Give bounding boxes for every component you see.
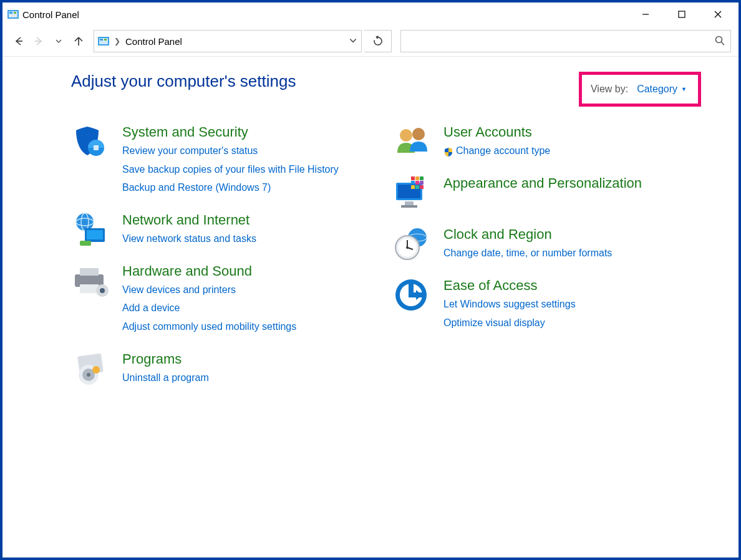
view-by-value: Category bbox=[637, 84, 677, 95]
category-title[interactable]: Appearance and Personalization bbox=[443, 175, 642, 191]
svg-point-33 bbox=[87, 373, 90, 377]
category-link[interactable]: View devices and printers bbox=[122, 282, 296, 298]
svg-rect-24 bbox=[80, 241, 91, 246]
nav-toolbar: ❯ Control Panel bbox=[2, 26, 739, 56]
svg-point-19 bbox=[76, 213, 94, 231]
search-box[interactable] bbox=[400, 30, 731, 52]
nav-forward-button[interactable] bbox=[30, 32, 47, 50]
uac-shield-icon bbox=[443, 146, 453, 156]
minimize-button[interactable] bbox=[627, 5, 664, 24]
close-button[interactable] bbox=[700, 5, 736, 24]
category-link[interactable]: Backup and Restore (Windows 7) bbox=[122, 180, 339, 196]
svg-rect-6 bbox=[679, 11, 685, 17]
category-title[interactable]: User Accounts bbox=[443, 124, 550, 140]
svg-rect-27 bbox=[80, 284, 99, 293]
category-title[interactable]: System and Security bbox=[122, 124, 339, 140]
category-link[interactable]: Uninstall a program bbox=[122, 370, 209, 386]
shield-system-icon bbox=[71, 124, 111, 159]
window-title: Control Panel bbox=[22, 9, 79, 20]
clock-icon bbox=[392, 226, 432, 261]
svg-rect-47 bbox=[411, 185, 415, 189]
svg-rect-48 bbox=[415, 185, 419, 189]
svg-rect-23 bbox=[87, 230, 103, 239]
category-link[interactable]: Review your computer's status bbox=[122, 143, 339, 159]
svg-line-16 bbox=[722, 42, 725, 45]
breadcrumb-location[interactable]: Control Panel bbox=[125, 36, 182, 47]
category-hardware-sound: Hardware and Sound View devices and prin… bbox=[71, 263, 380, 335]
page-heading: Adjust your computer's settings bbox=[71, 72, 296, 91]
category-title[interactable]: Hardware and Sound bbox=[122, 263, 296, 279]
control-panel-icon bbox=[7, 10, 19, 19]
category-clock-region: Clock and Region Change date, time, or n… bbox=[392, 226, 701, 261]
address-dropdown-icon[interactable] bbox=[349, 36, 357, 47]
svg-point-15 bbox=[716, 36, 722, 42]
category-link[interactable]: Save backup copies of your files with Fi… bbox=[122, 162, 339, 178]
right-column: User Accounts Change account type bbox=[392, 124, 701, 386]
svg-point-36 bbox=[412, 128, 425, 140]
svg-point-34 bbox=[92, 366, 100, 374]
svg-rect-14 bbox=[104, 39, 107, 41]
category-programs: Programs Uninstall a program bbox=[71, 351, 380, 386]
location-icon bbox=[98, 37, 109, 46]
maximize-button[interactable] bbox=[664, 5, 700, 24]
nav-up-button[interactable] bbox=[70, 32, 87, 50]
svg-rect-18 bbox=[94, 145, 99, 150]
svg-rect-2 bbox=[9, 12, 12, 14]
category-title[interactable]: Ease of Access bbox=[443, 278, 576, 294]
breadcrumb-chevron-icon: ❯ bbox=[113, 37, 122, 46]
network-icon bbox=[71, 212, 111, 247]
category-columns: System and Security Review your computer… bbox=[71, 124, 701, 386]
svg-rect-39 bbox=[405, 201, 414, 205]
svg-point-35 bbox=[400, 129, 412, 142]
titlebar: Control Panel bbox=[2, 2, 739, 26]
view-by-highlight: View by: Category ▼ bbox=[579, 72, 701, 107]
svg-rect-49 bbox=[420, 185, 424, 189]
svg-point-56 bbox=[406, 246, 409, 249]
category-link[interactable]: Change account type bbox=[443, 143, 550, 159]
category-link[interactable]: Let Windows suggest settings bbox=[443, 296, 576, 312]
address-bar[interactable]: ❯ Control Panel bbox=[94, 30, 362, 52]
content-header: Adjust your computer's settings View by:… bbox=[71, 72, 701, 107]
control-panel-window: Control Panel bbox=[0, 0, 741, 560]
svg-rect-40 bbox=[401, 205, 417, 208]
category-link[interactable]: Adjust commonly used mobility settings bbox=[122, 319, 296, 335]
user-accounts-icon bbox=[392, 124, 432, 159]
svg-rect-4 bbox=[9, 15, 16, 17]
category-title[interactable]: Network and Internet bbox=[122, 212, 256, 228]
svg-rect-13 bbox=[100, 39, 103, 41]
printer-icon bbox=[71, 263, 111, 298]
view-by-label: View by: bbox=[591, 84, 628, 95]
category-system-security: System and Security Review your computer… bbox=[71, 124, 380, 196]
category-link-label: Change account type bbox=[456, 143, 550, 159]
svg-rect-42 bbox=[415, 176, 419, 180]
appearance-icon bbox=[392, 175, 432, 210]
refresh-button[interactable] bbox=[364, 30, 392, 52]
svg-rect-43 bbox=[420, 176, 424, 180]
category-user-accounts: User Accounts Change account type bbox=[392, 124, 701, 159]
search-input[interactable] bbox=[406, 31, 714, 52]
category-title[interactable]: Clock and Region bbox=[443, 226, 612, 243]
left-column: System and Security Review your computer… bbox=[71, 124, 380, 386]
dropdown-triangle-icon: ▼ bbox=[681, 86, 687, 92]
svg-point-29 bbox=[100, 288, 105, 293]
category-link[interactable]: Optimize visual display bbox=[443, 315, 576, 331]
nav-recent-dropdown[interactable] bbox=[50, 32, 67, 50]
nav-back-button[interactable] bbox=[10, 32, 27, 50]
search-icon[interactable] bbox=[714, 35, 725, 48]
svg-rect-41 bbox=[411, 176, 415, 180]
category-network-internet: Network and Internet View network status… bbox=[71, 212, 380, 247]
category-ease-of-access: Ease of Access Let Windows suggest setti… bbox=[392, 278, 701, 331]
category-link[interactable]: Add a device bbox=[122, 300, 296, 316]
svg-rect-45 bbox=[415, 181, 419, 185]
content-area: Adjust your computer's settings View by:… bbox=[2, 57, 739, 558]
category-appearance: Appearance and Personalization bbox=[392, 175, 701, 210]
window-buttons bbox=[627, 5, 736, 24]
svg-rect-44 bbox=[411, 181, 415, 185]
category-title[interactable]: Programs bbox=[122, 351, 209, 367]
category-link[interactable]: View network status and tasks bbox=[122, 231, 256, 247]
category-link[interactable]: Change date, time, or number formats bbox=[443, 245, 612, 261]
view-by-dropdown[interactable]: Category ▼ bbox=[637, 84, 687, 95]
svg-rect-26 bbox=[80, 268, 99, 276]
ease-of-access-icon bbox=[392, 278, 432, 312]
programs-icon bbox=[71, 351, 111, 386]
